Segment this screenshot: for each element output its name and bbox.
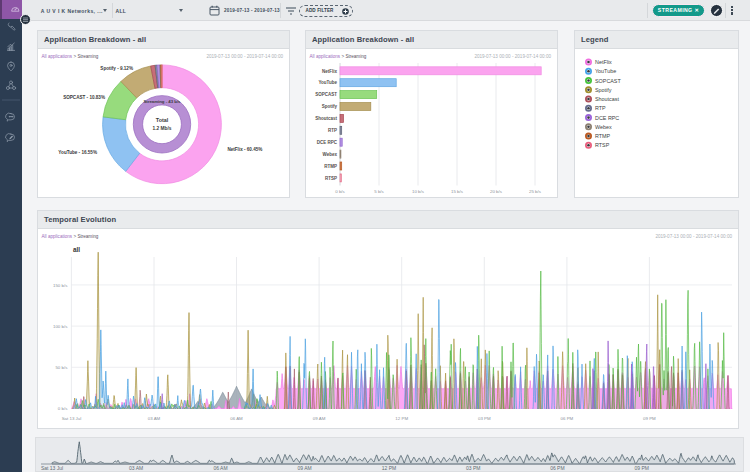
svg-text:RTSP: RTSP [325,176,337,181]
svg-text:RTMP: RTMP [324,164,337,169]
svg-text:12 PM: 12 PM [395,416,408,421]
svg-text:Sat 13 Jul: Sat 13 Jul [62,416,82,421]
svg-text:Webex: Webex [323,152,338,157]
svg-text:RTP: RTP [595,105,606,111]
svg-text:09 AM: 09 AM [298,465,312,471]
svg-text:0 b/s: 0 b/s [58,406,68,411]
svg-text:DCE RPC: DCE RPC [595,115,619,121]
svg-text:25 b/s: 25 b/s [529,189,542,194]
svg-text:06 PM: 06 PM [561,416,574,421]
svg-text:06 AM: 06 AM [213,465,227,471]
svg-text:0 b/s: 0 b/s [335,189,345,194]
svg-text:all: all [73,246,80,253]
svg-text:DCE RPC: DCE RPC [317,140,338,145]
svg-text:10 b/s: 10 b/s [412,189,425,194]
svg-text:NetFlix: NetFlix [595,59,612,65]
svg-text:Streaming - 43 b/s: Streaming - 43 b/s [143,99,181,104]
svg-text:SOPCAST: SOPCAST [595,78,621,84]
svg-text:Webex: Webex [595,124,612,130]
svg-text:Shoutcast: Shoutcast [595,96,619,102]
svg-text:Shoutcast: Shoutcast [315,116,337,121]
svg-text:12 PM: 12 PM [382,465,396,471]
svg-text:09 PM: 09 PM [634,465,648,471]
svg-text:20 b/s: 20 b/s [490,189,503,194]
svg-text:03 AM: 03 AM [148,416,161,421]
svg-text:15 b/s: 15 b/s [451,189,464,194]
svg-text:Spotify: Spotify [595,87,612,93]
svg-text:06 AM: 06 AM [230,416,243,421]
svg-text:Spotify: Spotify [322,104,338,109]
svg-text:100 b/s: 100 b/s [53,324,68,329]
svg-text:03 PM: 03 PM [466,465,480,471]
svg-text:1.2 Mb/s: 1.2 Mb/s [153,126,172,131]
svg-text:RTSP: RTSP [595,142,610,148]
svg-text:NetFlix: NetFlix [322,69,338,74]
svg-text:Total: Total [156,117,169,123]
svg-text:YouTube: YouTube [318,80,337,85]
svg-text:NetFlix - 60.45%: NetFlix - 60.45% [227,147,262,152]
svg-text:03 AM: 03 AM [129,465,143,471]
svg-text:50 b/s: 50 b/s [55,365,68,370]
svg-text:Sat 13 Jul: Sat 13 Jul [41,465,63,471]
svg-text:RTP: RTP [328,128,337,133]
svg-text:YouTube: YouTube [595,68,616,74]
svg-text:06 PM: 06 PM [550,465,564,471]
svg-text:YouTube - 16.55%: YouTube - 16.55% [58,150,97,155]
svg-text:09 AM: 09 AM [313,416,326,421]
svg-text:09 PM: 09 PM [643,416,656,421]
svg-text:SOPCAST - 10.83%: SOPCAST - 10.83% [63,95,105,100]
svg-text:150 b/s: 150 b/s [53,283,68,288]
svg-text:5 b/s: 5 b/s [374,189,384,194]
svg-text:RTMP: RTMP [595,133,611,139]
svg-text:SOPCAST: SOPCAST [315,92,337,97]
svg-text:Spotify - 9.12%: Spotify - 9.12% [100,66,133,71]
svg-text:03 PM: 03 PM [478,416,491,421]
